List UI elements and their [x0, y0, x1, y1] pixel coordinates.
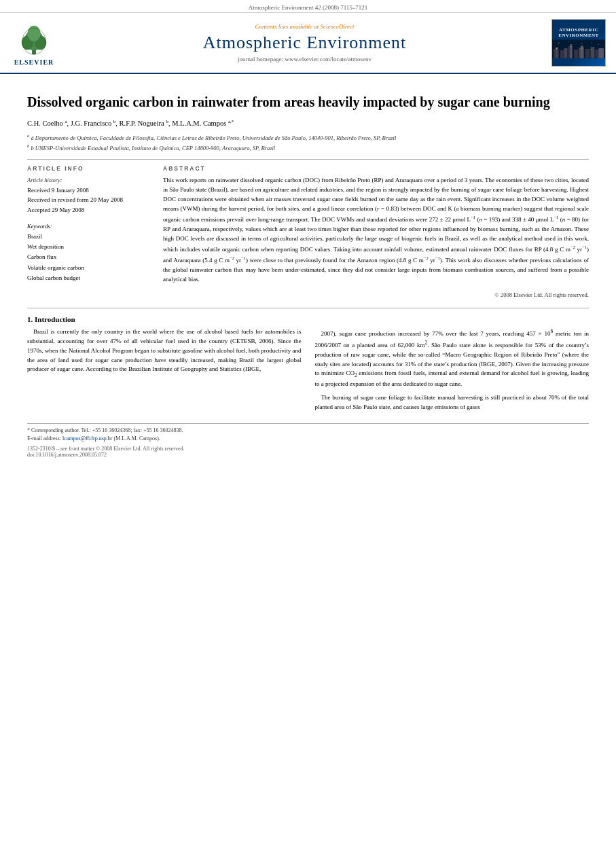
abstract-text: This work reports on rainwater dissolved…	[163, 176, 589, 284]
intro-heading: 1. Introduction	[27, 315, 589, 323]
affiliation-a: a á Departamento de Química, Faculdade d…	[27, 132, 589, 143]
article-info-label: ARTICLE INFO	[27, 165, 149, 172]
article-info-column: ARTICLE INFO Article history: Received 9…	[27, 165, 149, 298]
journal-header: ELSEVIER Contents lists available at Sci…	[0, 13, 616, 74]
svg-rect-18	[574, 50, 578, 58]
svg-point-8	[568, 41, 569, 42]
journal-citation: Atmospheric Environment 42 (2008) 7115–7…	[249, 4, 368, 11]
journal-badge: ATMOSPHERICENVIRONMENT	[551, 19, 606, 67]
svg-rect-20	[581, 46, 583, 59]
svg-rect-23	[595, 50, 598, 58]
intro-col-left: Brazil is currently the only country in …	[27, 327, 302, 416]
email-link[interactable]: lcampos@ffclrp.usp.br	[62, 435, 112, 442]
sciencedirect-notice: Contents lists available at ScienceDirec…	[255, 23, 354, 30]
svg-point-7	[558, 43, 559, 43]
svg-rect-14	[560, 50, 564, 58]
keywords-block: Keywords: Brazil Wet deposition Carbon f…	[27, 221, 149, 283]
elsevier-logo-area: ELSEVIER	[7, 17, 61, 69]
svg-rect-27	[581, 48, 582, 48]
info-abstract-columns: ARTICLE INFO Article history: Received 9…	[27, 165, 589, 298]
history-label: Article history:	[27, 176, 149, 185]
received-revised-date: Received in revised form 20 May 2008	[27, 195, 149, 204]
footnote-corresponding: * Corresponding author. Tel.: +55 16 360…	[27, 427, 589, 435]
divider-top	[27, 159, 589, 160]
affiliation-b: b b UNESP-Universidade Estadual Paulista…	[27, 143, 589, 153]
svg-point-10	[592, 42, 592, 43]
introduction-section: 1. Introduction Brazil is currently the …	[27, 308, 589, 416]
sciencedirect-link[interactable]: ScienceDirect	[320, 23, 354, 30]
copyright-notice: © 2008 Elsevier Ltd. All rights reserved…	[163, 291, 589, 298]
footnote-email: E-mail address: lcampos@ffclrp.usp.br (M…	[27, 435, 589, 443]
svg-rect-15	[564, 48, 568, 58]
keyword-volatile-organic-carbon: Volatile organic carbon	[27, 263, 149, 273]
journal-title: Atmospheric Environment	[203, 33, 407, 53]
intro-columns: Brazil is currently the only country in …	[27, 327, 589, 416]
keyword-carbon-flux: Carbon flux	[27, 252, 149, 262]
svg-rect-28	[592, 49, 592, 50]
author-list: C.H. Coelho a, J.G. Francisco b, R.F.P. …	[27, 120, 234, 127]
keyword-global-carbon-budget: Global carbon budget	[27, 273, 149, 283]
badge-cityscape-icon	[552, 39, 605, 58]
journal-badge-area: ATMOSPHERICENVIRONMENT	[548, 17, 609, 69]
intro-col-right: 2007), sugar cane production increased b…	[315, 327, 590, 416]
keywords-label: Keywords:	[27, 221, 149, 231]
intro-p2: 2007), sugar cane production increased b…	[315, 327, 590, 389]
article-body: Dissolved organic carbon in rainwater fr…	[0, 74, 616, 465]
elsevier-wordmark: ELSEVIER	[14, 58, 54, 66]
svg-rect-25	[556, 48, 557, 49]
svg-rect-24	[598, 48, 604, 58]
svg-point-11	[598, 44, 599, 45]
article-title: Dissolved organic carbon in rainwater fr…	[27, 93, 589, 111]
top-bar: Atmospheric Environment 42 (2008) 7115–7…	[0, 0, 616, 13]
accepted-date: Accepted 29 May 2008	[27, 205, 149, 215]
keyword-brazil: Brazil	[27, 232, 149, 242]
intro-p1: Brazil is currently the only country in …	[27, 327, 302, 375]
svg-rect-26	[570, 46, 571, 47]
page: Atmospheric Environment 42 (2008) 7115–7…	[0, 0, 616, 841]
abstract-label: ABSTRACT	[163, 165, 589, 172]
svg-point-9	[581, 43, 582, 44]
received-date: Received 9 January 2008	[27, 185, 149, 195]
badge-title-text: ATMOSPHERICENVIRONMENT	[558, 27, 599, 39]
issn-doi-section: 1352-2310/$ – see front matter © 2008 El…	[27, 446, 589, 458]
affiliations: a á Departamento de Química, Faculdade d…	[27, 132, 589, 152]
intro-p3: The burning of sugar cane foliage to fac…	[315, 393, 590, 412]
authors-line: C.H. Coelho a, J.G. Francisco b, R.F.P. …	[27, 118, 589, 128]
journal-title-area: Contents lists available at ScienceDirec…	[61, 17, 548, 69]
abstract-column: ABSTRACT This work reports on rainwater …	[163, 165, 589, 298]
svg-rect-21	[585, 49, 590, 58]
footnote-section: * Corresponding author. Tel.: +55 16 360…	[27, 423, 589, 443]
issn-line: 1352-2310/$ – see front matter © 2008 El…	[27, 446, 589, 452]
svg-rect-22	[591, 47, 595, 58]
journal-homepage: journal homepage: www.elsevier.com/locat…	[238, 56, 372, 62]
elsevier-tree-icon	[14, 22, 54, 56]
doi-line: doi:10.1016/j.atmosenv.2008.05.072	[27, 452, 589, 458]
keyword-wet-deposition: Wet deposition	[27, 242, 149, 252]
article-history: Article history: Received 9 January 2008…	[27, 176, 149, 215]
svg-point-4	[27, 26, 40, 41]
